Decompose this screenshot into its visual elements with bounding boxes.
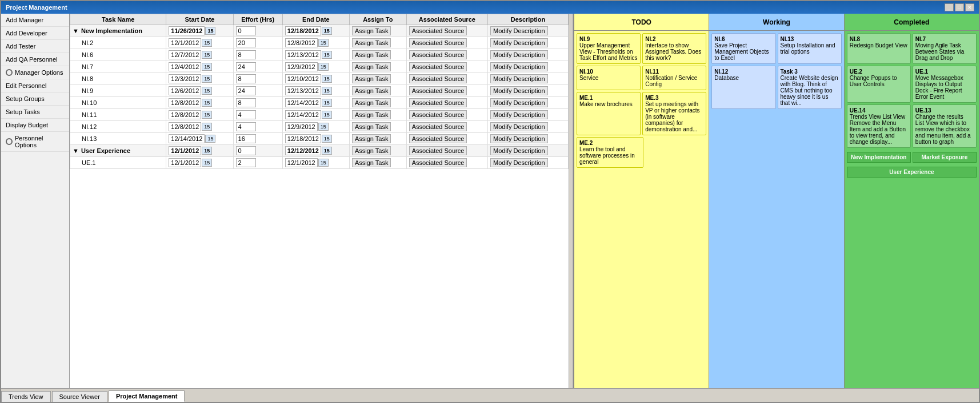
calendar-btn[interactable]: 15	[202, 159, 212, 167]
assign-task-btn[interactable]: Assign Task	[352, 122, 391, 131]
calendar-btn[interactable]: 15	[322, 87, 332, 95]
modify-desc-btn[interactable]: Modify Description	[490, 38, 547, 47]
sidebar-item-manager-options[interactable]: Manager Options	[1, 66, 69, 79]
calendar-btn[interactable]: 15	[322, 99, 332, 107]
assign-task-btn[interactable]: Assign Task	[352, 98, 391, 107]
effort-input[interactable]	[236, 146, 256, 155]
associated-source-btn[interactable]: Associated Source	[409, 86, 467, 95]
calendar-btn[interactable]: 15	[202, 147, 212, 155]
associated-source-btn[interactable]: Associated Source	[409, 146, 467, 155]
calendar-btn[interactable]: 15	[202, 75, 212, 83]
calendar-btn[interactable]: 15	[202, 123, 212, 131]
assign-task-btn[interactable]: Assign Task	[352, 110, 391, 119]
calendar-btn[interactable]: 15	[202, 111, 212, 119]
modify-desc-btn[interactable]: Modify Description	[490, 134, 547, 143]
modify-desc-btn[interactable]: Modify Description	[490, 86, 547, 95]
sidebar-item-add-developer[interactable]: Add Developer	[1, 27, 69, 40]
calendar-btn[interactable]: 15	[202, 39, 212, 47]
calendar-btn[interactable]: 15	[322, 75, 332, 83]
kanban-card-me2[interactable]: ME.2 Learn the tool and software process…	[577, 137, 643, 168]
calendar-btn[interactable]: 15	[322, 27, 332, 35]
calendar-btn[interactable]: 15	[202, 87, 212, 95]
kanban-card-ni12[interactable]: NI.12 Database	[711, 66, 775, 109]
kanban-card-ni10[interactable]: NI.10 Service	[577, 66, 641, 90]
kanban-card-task3[interactable]: Task 3 Create Website design with Blog. …	[778, 66, 842, 109]
tab-source-viewer[interactable]: Source Viewer	[52, 391, 107, 402]
effort-input[interactable]	[236, 38, 256, 47]
calendar-btn[interactable]: 15	[322, 51, 332, 59]
modify-desc-btn[interactable]: Modify Description	[490, 74, 547, 83]
calendar-btn[interactable]: 15	[202, 63, 212, 71]
assign-task-btn[interactable]: Assign Task	[352, 146, 391, 155]
modify-desc-btn[interactable]: Modify Description	[490, 158, 547, 167]
kanban-card-ni11[interactable]: NI.11 Notification / Service Config	[642, 66, 706, 90]
close-button[interactable]: ✕	[965, 3, 974, 11]
kanban-card-ni7[interactable]: NI.7 Moving Agile Task Between States vi…	[913, 33, 977, 64]
calendar-btn[interactable]: 15	[202, 99, 212, 107]
kanban-card-ni13[interactable]: NI.13 Setup Installation and trial optio…	[778, 33, 842, 64]
calendar-btn[interactable]: 15	[205, 27, 215, 35]
kanban-card-ue13[interactable]: UE.13 Change the results List View which…	[913, 104, 977, 148]
effort-input[interactable]	[236, 74, 256, 83]
calendar-btn[interactable]: 15	[318, 123, 329, 131]
assign-task-btn[interactable]: Assign Task	[352, 134, 391, 143]
associated-source-btn[interactable]: Associated Source	[409, 74, 467, 83]
effort-input[interactable]	[236, 26, 256, 35]
calendar-btn[interactable]: 15	[318, 39, 329, 47]
kanban-card-ue1[interactable]: UE.1 Move Messagebox Displays to Output …	[913, 66, 977, 103]
modify-desc-btn[interactable]: Modify Description	[490, 62, 547, 71]
sidebar-item-edit-personnel[interactable]: Edit Personnel	[1, 79, 69, 92]
modify-desc-btn[interactable]: Modify Description	[490, 98, 547, 107]
assign-task-btn[interactable]: Assign Task	[352, 74, 391, 83]
resize-handle[interactable]	[569, 14, 573, 388]
calendar-btn[interactable]: 15	[205, 135, 215, 143]
kanban-card-me1[interactable]: ME.1 Make new brochures	[577, 92, 641, 135]
associated-source-btn[interactable]: Associated Source	[409, 122, 467, 131]
maximize-button[interactable]: □	[955, 3, 964, 11]
assign-task-btn[interactable]: Assign Task	[352, 50, 391, 59]
sidebar-item-display-budget[interactable]: Display Budget	[1, 119, 69, 132]
effort-input[interactable]	[236, 110, 256, 119]
kanban-card-me3[interactable]: ME.3 Set up meetings with VP or higher c…	[642, 92, 706, 135]
effort-input[interactable]	[236, 62, 256, 71]
calendar-btn[interactable]: 15	[318, 63, 329, 71]
minimize-button[interactable]: _	[945, 3, 954, 11]
kanban-card-ni8[interactable]: NI.8 Redesign Budget View	[847, 33, 911, 64]
kanban-card-ue2[interactable]: UE.2 Change Popups to User Controls	[847, 66, 911, 103]
associated-source-btn[interactable]: Associated Source	[409, 110, 467, 119]
effort-input[interactable]	[236, 134, 256, 143]
assign-task-btn[interactable]: Assign Task	[352, 26, 391, 35]
sidebar-item-add-qa[interactable]: Add QA Personnel	[1, 53, 69, 66]
modify-desc-btn[interactable]: Modify Description	[490, 26, 547, 35]
kanban-card-ue14[interactable]: UE.14 Trends View List View Remove the M…	[847, 104, 911, 148]
sidebar-item-setup-tasks[interactable]: Setup Tasks	[1, 106, 69, 119]
assign-task-btn[interactable]: Assign Task	[352, 86, 391, 95]
effort-input[interactable]	[236, 50, 256, 59]
associated-source-btn[interactable]: Associated Source	[409, 62, 467, 71]
effort-input[interactable]	[236, 86, 256, 95]
kanban-card-ni2[interactable]: NI.2 Interface to show Assigned Tasks. D…	[642, 33, 706, 64]
modify-desc-btn[interactable]: Modify Description	[490, 146, 547, 155]
assign-task-btn[interactable]: Assign Task	[352, 158, 391, 167]
assign-task-btn[interactable]: Assign Task	[352, 62, 391, 71]
tab-project-management[interactable]: Project Management	[109, 390, 185, 402]
associated-source-btn[interactable]: Associated Source	[409, 98, 467, 107]
modify-desc-btn[interactable]: Modify Description	[490, 122, 547, 131]
modify-desc-btn[interactable]: Modify Description	[490, 110, 547, 119]
modify-desc-btn[interactable]: Modify Description	[490, 50, 547, 59]
kanban-card-ni9[interactable]: NI.9 Upper Management View - Thresholds …	[577, 33, 641, 64]
sidebar-item-add-tester[interactable]: Add Tester	[1, 40, 69, 53]
calendar-btn[interactable]: 15	[202, 51, 212, 59]
tab-trends-view[interactable]: Trends View	[1, 391, 51, 402]
assign-task-btn[interactable]: Assign Task	[352, 38, 391, 47]
associated-source-btn[interactable]: Associated Source	[409, 158, 467, 167]
calendar-btn[interactable]: 15	[322, 147, 332, 155]
sidebar-item-personnel-options[interactable]: Personnel Options	[1, 132, 69, 152]
associated-source-btn[interactable]: Associated Source	[409, 134, 467, 143]
effort-input[interactable]	[236, 158, 256, 167]
sidebar-item-add-manager[interactable]: Add Manager	[1, 14, 69, 27]
kanban-card-ni6[interactable]: NI.6 Save Project Management Objects to …	[711, 33, 775, 64]
sidebar-item-setup-groups[interactable]: Setup Groups	[1, 92, 69, 106]
calendar-btn[interactable]: 15	[318, 159, 329, 167]
associated-source-btn[interactable]: Associated Source	[409, 50, 467, 59]
